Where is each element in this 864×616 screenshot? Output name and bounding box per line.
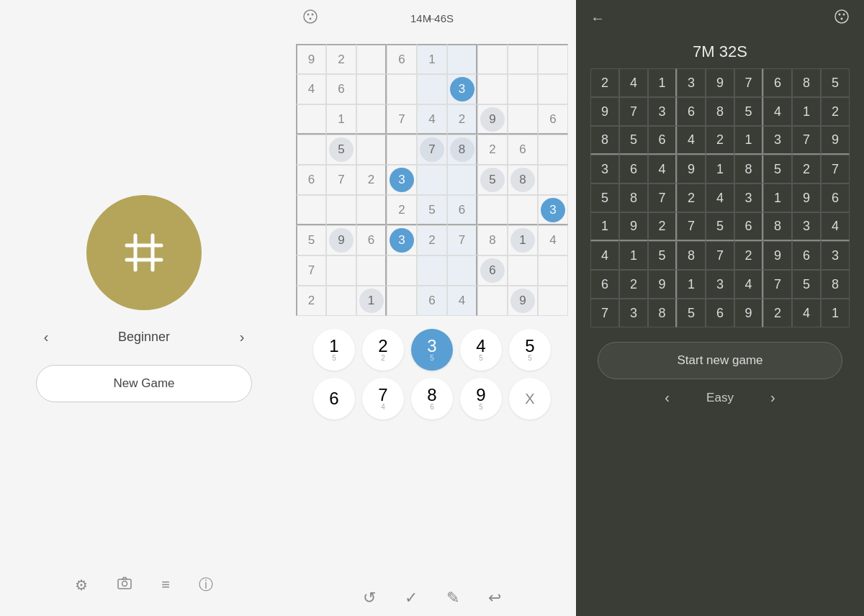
table-row[interactable]: 8 bbox=[477, 225, 508, 255]
table-row[interactable] bbox=[296, 135, 326, 165]
table-row[interactable]: 3 bbox=[538, 195, 568, 225]
table-row[interactable]: 2 bbox=[447, 104, 477, 135]
table-row[interactable]: 2 bbox=[477, 135, 508, 165]
table-row[interactable] bbox=[326, 286, 356, 316]
camera-icon[interactable] bbox=[117, 575, 132, 594]
numpad-button-2[interactable]: 22 bbox=[362, 329, 404, 371]
gear-icon[interactable]: ⚙ bbox=[75, 576, 88, 594]
table-row[interactable]: 2 bbox=[356, 165, 387, 195]
numpad-button-1[interactable]: 15 bbox=[313, 329, 355, 371]
table-row[interactable] bbox=[296, 104, 326, 135]
numpad-button-5[interactable]: 55 bbox=[509, 329, 551, 371]
right-diff-next-button[interactable]: › bbox=[770, 389, 775, 406]
numpad-button-3[interactable]: 35 bbox=[411, 329, 453, 371]
table-row[interactable]: 2 bbox=[326, 44, 356, 74]
table-row[interactable] bbox=[538, 286, 568, 316]
table-row[interactable]: 1 bbox=[508, 225, 538, 255]
table-row[interactable]: 7 bbox=[296, 255, 326, 286]
table-row[interactable] bbox=[387, 255, 417, 286]
table-row[interactable]: 9 bbox=[326, 225, 356, 255]
table-row[interactable]: 7 bbox=[326, 165, 356, 195]
table-row[interactable] bbox=[508, 195, 538, 225]
table-row[interactable] bbox=[447, 255, 477, 286]
table-row[interactable]: 6 bbox=[326, 74, 356, 104]
table-row[interactable]: 9 bbox=[477, 104, 508, 135]
table-row[interactable]: 6 bbox=[417, 286, 447, 316]
table-row[interactable] bbox=[387, 74, 417, 104]
table-row[interactable] bbox=[356, 104, 387, 135]
refresh-button[interactable]: ↺ bbox=[363, 589, 376, 607]
table-row[interactable] bbox=[326, 195, 356, 225]
table-row[interactable]: 6 bbox=[538, 104, 568, 135]
table-row[interactable]: 8 bbox=[447, 135, 477, 165]
table-row[interactable]: 4 bbox=[538, 225, 568, 255]
table-row[interactable]: 9 bbox=[296, 44, 326, 74]
pencil-button[interactable]: ✎ bbox=[446, 589, 459, 607]
start-new-game-button[interactable]: Start new game bbox=[598, 342, 842, 379]
table-row[interactable]: 5 bbox=[477, 165, 508, 195]
table-row[interactable] bbox=[477, 74, 508, 104]
new-game-button[interactable]: New Game bbox=[36, 365, 252, 402]
table-row[interactable] bbox=[508, 104, 538, 135]
table-row[interactable] bbox=[447, 44, 477, 74]
table-row[interactable] bbox=[417, 74, 447, 104]
table-row[interactable]: 6 bbox=[477, 255, 508, 286]
table-row[interactable]: 7 bbox=[447, 225, 477, 255]
table-row[interactable]: 7 bbox=[387, 104, 417, 135]
table-row[interactable] bbox=[356, 255, 387, 286]
table-row[interactable]: 5 bbox=[417, 195, 447, 225]
table-row[interactable] bbox=[387, 286, 417, 316]
table-row[interactable] bbox=[387, 135, 417, 165]
check-button[interactable]: ✓ bbox=[405, 589, 418, 607]
list-icon[interactable]: ≡ bbox=[161, 576, 170, 593]
table-row[interactable]: 1 bbox=[326, 104, 356, 135]
table-row[interactable]: 4 bbox=[447, 286, 477, 316]
table-row[interactable] bbox=[538, 135, 568, 165]
table-row[interactable]: 7 bbox=[417, 135, 447, 165]
palette-button-mid[interactable] bbox=[302, 9, 318, 28]
numpad-button-7[interactable]: 74 bbox=[362, 378, 404, 420]
table-row[interactable]: 1 bbox=[417, 44, 447, 74]
table-row[interactable] bbox=[477, 44, 508, 74]
table-row[interactable] bbox=[326, 255, 356, 286]
table-row[interactable]: 6 bbox=[296, 165, 326, 195]
table-row[interactable]: 2 bbox=[296, 286, 326, 316]
undo-button[interactable]: ↩ bbox=[488, 589, 501, 607]
table-row[interactable] bbox=[356, 135, 387, 165]
table-row[interactable] bbox=[356, 195, 387, 225]
table-row[interactable] bbox=[356, 74, 387, 104]
mid-sudoku-grid[interactable]: 9261463174296578266723582563596327814762… bbox=[296, 44, 568, 316]
table-row[interactable] bbox=[538, 44, 568, 74]
table-row[interactable]: 3 bbox=[387, 225, 417, 255]
numpad-button-9[interactable]: 95 bbox=[460, 378, 502, 420]
table-row[interactable]: 6 bbox=[447, 195, 477, 225]
table-row[interactable] bbox=[508, 74, 538, 104]
table-row[interactable]: 6 bbox=[356, 225, 387, 255]
table-row[interactable]: 3 bbox=[447, 74, 477, 104]
palette-button-right[interactable] bbox=[834, 9, 850, 28]
table-row[interactable] bbox=[538, 74, 568, 104]
numpad-button-8[interactable]: 86 bbox=[411, 378, 453, 420]
table-row[interactable] bbox=[296, 195, 326, 225]
table-row[interactable] bbox=[508, 44, 538, 74]
table-row[interactable]: 1 bbox=[356, 286, 387, 316]
table-row[interactable] bbox=[538, 165, 568, 195]
table-row[interactable]: 5 bbox=[296, 225, 326, 255]
table-row[interactable]: 4 bbox=[417, 104, 447, 135]
table-row[interactable]: 9 bbox=[508, 286, 538, 316]
table-row[interactable] bbox=[538, 255, 568, 286]
table-row[interactable]: 6 bbox=[508, 135, 538, 165]
table-row[interactable]: 4 bbox=[296, 74, 326, 104]
table-row[interactable] bbox=[417, 165, 447, 195]
difficulty-prev-button[interactable]: ‹ bbox=[36, 327, 56, 348]
table-row[interactable] bbox=[417, 255, 447, 286]
numpad-button-6[interactable]: 6 bbox=[313, 378, 355, 420]
table-row[interactable]: 8 bbox=[508, 165, 538, 195]
table-row[interactable]: 5 bbox=[326, 135, 356, 165]
back-button-right[interactable]: ← bbox=[590, 10, 605, 27]
numpad-button-X[interactable]: X bbox=[509, 378, 551, 420]
right-diff-prev-button[interactable]: ‹ bbox=[665, 389, 670, 406]
table-row[interactable]: 3 bbox=[387, 165, 417, 195]
table-row[interactable] bbox=[477, 195, 508, 225]
table-row[interactable] bbox=[477, 286, 508, 316]
